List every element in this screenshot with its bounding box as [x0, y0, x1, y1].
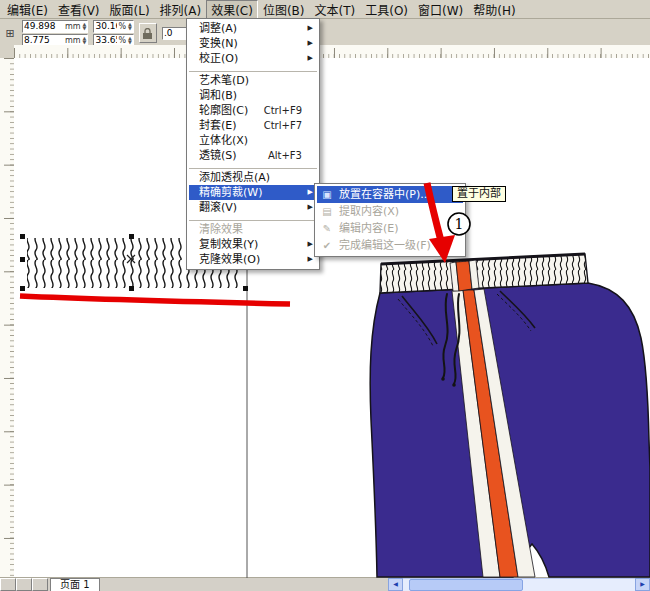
menubar-item-label: 窗口(W) [418, 4, 463, 18]
ruler-number [1, 441, 14, 494]
ruler-number [1, 281, 14, 334]
submenu-item: ✎ 编辑内容(E) [317, 220, 463, 237]
menubar-item[interactable]: 版面(L) [105, 0, 155, 19]
position-x-field: mm ▲▼ [22, 20, 88, 33]
submenu-arrow-icon: ▶ [305, 36, 313, 51]
page-tab[interactable]: 页面 1 [50, 578, 100, 591]
effects-menu-item [189, 215, 317, 222]
menubar-item[interactable]: 帮助(H) [468, 0, 520, 19]
effects-menu-item[interactable]: 调整(A) ▶ [189, 21, 317, 36]
menu-item-label: 艺术笔(D) [199, 73, 249, 88]
position-x-unit: mm [64, 22, 82, 31]
menu-item-label: 提取内容(X) [339, 203, 399, 220]
spinner-icon[interactable]: ▲▼ [82, 36, 87, 44]
menubar-item[interactable]: 窗口(W) [413, 0, 468, 19]
menu-item-label: 翻滚(V) [199, 200, 237, 215]
ruler-origin-box[interactable] [0, 45, 15, 59]
effects-menu-item[interactable]: 封套(E) Ctrl+F7 [189, 118, 317, 133]
submenu-item: ✔ 完成编辑这一级(F) [317, 237, 463, 254]
menubar-item-label: 版面(L) [110, 4, 150, 18]
scale-x-field: % ▲▼ [93, 20, 133, 33]
effects-menu-item[interactable]: 变换(N) ▶ [189, 36, 317, 51]
page-nav-button[interactable] [0, 578, 16, 591]
effects-menu-item[interactable]: 透镜(S) Alt+F3 [189, 148, 317, 163]
page-nav-button[interactable] [16, 578, 32, 591]
menu-item-label: 封套(E) [199, 118, 237, 133]
effects-menu-item[interactable]: 复制效果(Y) ▶ [189, 237, 317, 252]
lock-ratio-button[interactable] [139, 23, 157, 43]
menu-item-label: 完成编辑这一级(F) [339, 237, 431, 254]
vertical-ruler[interactable] [0, 58, 15, 578]
menu-item-icon: ▤ [320, 203, 334, 220]
effects-menu: 调整(A) ▶ 变换(N) ▶ 校正(O) ▶ 艺术笔(D) 调和(B) 轮廓图… [186, 18, 320, 270]
menu-item-label: 轮廓图(C) [199, 103, 248, 118]
effects-menu-item [189, 66, 317, 73]
submenu-arrow-icon: ▶ [305, 185, 313, 200]
menubar-item[interactable]: 编辑(E) [2, 0, 53, 19]
horizontal-ruler[interactable] [14, 45, 650, 59]
effects-menu-item[interactable]: 艺术笔(D) [189, 73, 317, 88]
menu-item-label: 调整(A) [199, 21, 237, 36]
effects-menu-item[interactable]: 校正(O) ▶ [189, 51, 317, 66]
submenu-arrow-icon: ▶ [305, 51, 313, 66]
scroll-left-button[interactable]: ◀ [388, 578, 403, 591]
menubar-item-label: 位图(B) [263, 4, 305, 18]
menubar-item-label: 查看(V) [58, 4, 100, 18]
menu-item-label: 编辑内容(E) [339, 220, 399, 237]
tooltip-text: 置于内部 [457, 187, 501, 200]
position-fields: mm ▲▼ mm ▲▼ [22, 20, 88, 47]
submenu-arrow-icon: ▶ [305, 21, 313, 36]
spinner-icon[interactable]: ▲▼ [82, 22, 87, 30]
menubar-item[interactable]: 查看(V) [53, 0, 105, 19]
menubar-item[interactable]: 位图(B) [258, 0, 310, 19]
effects-menu-item: 清除效果 [189, 222, 317, 237]
menubar-item[interactable]: 文本(T) [310, 0, 361, 19]
ruler-number [588, 45, 641, 58]
menubar-item-label: 帮助(H) [473, 4, 515, 18]
page-nav-button[interactable] [32, 578, 48, 591]
menu-item-label: 立体化(X) [199, 133, 248, 148]
menu-bar: 编辑(E) 查看(V) 版面(L) 排列(A) 效果(C) 位图(B) 文本(T… [0, 0, 650, 19]
object-position-icon: ⊞ [3, 27, 17, 40]
scroll-right-button[interactable]: ▶ [635, 578, 650, 591]
submenu-item[interactable]: ▣ 放置在容器中(P)... [317, 186, 463, 203]
spinner-icon[interactable]: ▲▼ [127, 36, 132, 44]
rotation-input[interactable] [164, 28, 186, 38]
position-x-input[interactable] [24, 21, 64, 31]
menu-item-shortcut: Alt+F3 [260, 148, 302, 163]
menubar-item-label: 文本(T) [315, 4, 356, 18]
menu-item-label: 调和(B) [199, 88, 237, 103]
menubar-item-label: 工具(O) [365, 4, 408, 18]
effects-menu-item[interactable]: 立体化(X) [189, 133, 317, 148]
menubar-item-label: 效果(C) [211, 4, 253, 18]
scale-x-unit: % [117, 22, 127, 31]
menubar-item[interactable]: 效果(C) [206, 0, 258, 19]
effects-menu-item[interactable]: 调和(B) [189, 88, 317, 103]
effects-menu-item[interactable]: 精确剪裁(W) ▶ [189, 185, 317, 200]
effects-menu-item[interactable]: 翻滚(V) ▶ [189, 200, 317, 215]
scrollbar-thumb[interactable] [409, 579, 523, 591]
submenu-arrow-icon: ▶ [305, 252, 313, 267]
ruler-number [1, 495, 14, 548]
horizontal-ruler-numbers [14, 45, 650, 58]
menubar-item[interactable]: 工具(O) [360, 0, 413, 19]
position-y-unit: mm [64, 36, 82, 45]
menubar-item[interactable]: 排列(A) [155, 0, 207, 19]
position-y-input[interactable] [24, 35, 64, 45]
spinner-icon[interactable]: ▲▼ [127, 22, 132, 30]
drawing-canvas[interactable] [14, 58, 650, 578]
submenu-item: ▤ 提取内容(X) [317, 203, 463, 220]
effects-menu-item[interactable]: 轮廓图(C) Ctrl+F9 [189, 103, 317, 118]
scrollbar-track[interactable] [403, 578, 635, 591]
scale-x-input[interactable] [95, 21, 117, 31]
menu-item-label: 克隆效果(O) [199, 252, 260, 267]
menu-item-label: 校正(O) [199, 51, 238, 66]
effects-menu-item [189, 163, 317, 170]
menu-item-shortcut: Ctrl+F9 [256, 103, 302, 118]
scale-y-input[interactable] [95, 35, 117, 45]
effects-menu-item[interactable]: 克隆效果(O) ▶ [189, 252, 317, 267]
menu-item-label: 清除效果 [199, 222, 243, 237]
ruler-number [1, 335, 14, 388]
horizontal-scrollbar: ◀ ▶ [388, 578, 650, 591]
effects-menu-item[interactable]: 添加透视点(A) [189, 170, 317, 185]
